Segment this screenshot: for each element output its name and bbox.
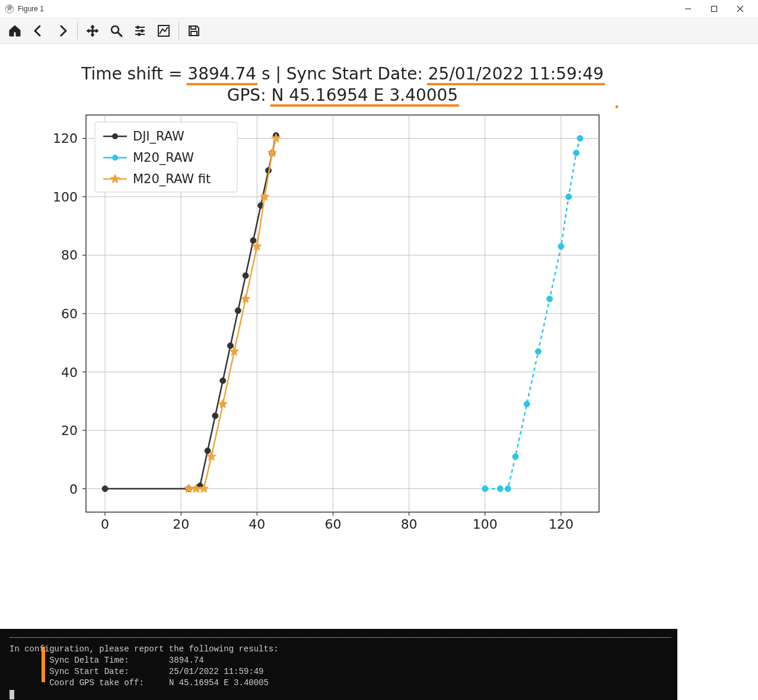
forward-button[interactable]	[51, 20, 74, 41]
edit-axes-button[interactable]	[152, 20, 175, 41]
marker-circle	[235, 308, 241, 314]
console-row: Sync Start Date: 25/01/2022 11:59:49	[9, 666, 671, 677]
marker-circle	[497, 486, 503, 492]
tick-x-label: 100	[473, 517, 498, 532]
legend-label: M20_RAW fit	[133, 172, 211, 187]
marker-circle	[482, 486, 488, 492]
console-value: N 45.16954 E 3.40005	[169, 678, 269, 688]
svg-rect-10	[141, 30, 143, 32]
marker-circle	[524, 401, 530, 407]
subplots-config-button[interactable]	[129, 20, 151, 41]
tick-x-label: 20	[173, 517, 189, 532]
svg-line-6	[118, 33, 122, 36]
legend-circle-icon	[112, 155, 118, 161]
back-button[interactable]	[27, 20, 50, 41]
console-value: 25/01/2022 11:59:49	[169, 667, 264, 676]
console-row: Coord GPS take off: N 45.16954 E 3.40005	[9, 677, 671, 689]
tick-y-label: 60	[61, 306, 78, 321]
console-output: ────────────────────────────────────────…	[0, 629, 677, 700]
legend-label: M20_RAW	[133, 151, 194, 165]
tick-y-label: 0	[69, 482, 78, 497]
marker-circle	[512, 453, 518, 459]
chart-title-line2: GPS: N 45.16954 E 3.40005	[227, 85, 458, 105]
marker-circle	[220, 378, 226, 383]
app-icon	[5, 4, 14, 14]
tick-x-label: 80	[401, 517, 418, 532]
svg-rect-14	[191, 26, 196, 29]
marker-circle	[212, 413, 218, 418]
marker-circle	[535, 349, 541, 354]
tick-y-label: 80	[61, 248, 78, 263]
svg-rect-8	[137, 26, 139, 28]
toolbar-separator	[179, 23, 179, 39]
figure-canvas[interactable]: Time shift = 3894.74 s | Sync Start Date…	[0, 44, 758, 629]
pan-button[interactable]	[81, 20, 104, 41]
marker-circle	[227, 343, 233, 349]
tick-x-label: 60	[324, 517, 341, 532]
marker-circle	[577, 135, 583, 141]
tick-y-label: 20	[61, 423, 78, 438]
marker-circle	[574, 150, 579, 156]
toolbar-separator	[77, 23, 78, 39]
zoom-button[interactable]	[105, 20, 128, 41]
close-button[interactable]	[727, 0, 753, 18]
console-highlight-bar	[42, 647, 45, 682]
legend-label: DJI_RAW	[133, 129, 184, 144]
home-button[interactable]	[4, 20, 26, 41]
console-row: Sync Delta Time: 3894.74	[9, 655, 671, 666]
svg-rect-15	[191, 31, 197, 36]
tick-y-label: 120	[53, 131, 78, 146]
window-titlebar: Figure 1	[0, 0, 758, 18]
legend-circle-icon	[112, 133, 118, 139]
annotation-dot	[616, 106, 619, 108]
tick-x-label: 0	[101, 517, 109, 532]
tick-y-label: 100	[53, 190, 78, 204]
tick-y-label: 40	[61, 365, 78, 380]
svg-rect-2	[712, 7, 717, 12]
console-value: 3894.74	[169, 656, 204, 665]
window-title: Figure 1	[18, 5, 44, 13]
maximize-button[interactable]	[701, 0, 727, 18]
marker-circle	[558, 244, 564, 250]
marker-circle	[547, 296, 553, 302]
marker-circle	[505, 486, 511, 492]
marker-circle	[205, 448, 211, 454]
console-label: Coord GPS take off:	[49, 678, 144, 688]
svg-rect-12	[138, 33, 140, 36]
tick-x-label: 120	[549, 517, 574, 532]
console-label: Sync Delta Time:	[49, 656, 129, 665]
console-rule: ────────────────────────────────────────…	[9, 632, 671, 644]
console-header: In configuration, please report the foll…	[9, 644, 671, 655]
marker-circle	[243, 273, 249, 279]
save-figure-button[interactable]	[183, 20, 205, 41]
console-label: Sync Start Date:	[49, 667, 129, 676]
marker-circle	[566, 194, 572, 200]
minimize-button[interactable]	[675, 0, 701, 18]
console-cursor-line	[9, 688, 671, 699]
chart-title-line1: Time shift = 3894.74 s | Sync Start Date…	[81, 64, 604, 84]
marker-circle	[102, 486, 108, 492]
mpl-toolbar	[0, 18, 758, 44]
marker-circle	[250, 238, 256, 244]
tick-x-label: 40	[249, 517, 265, 532]
